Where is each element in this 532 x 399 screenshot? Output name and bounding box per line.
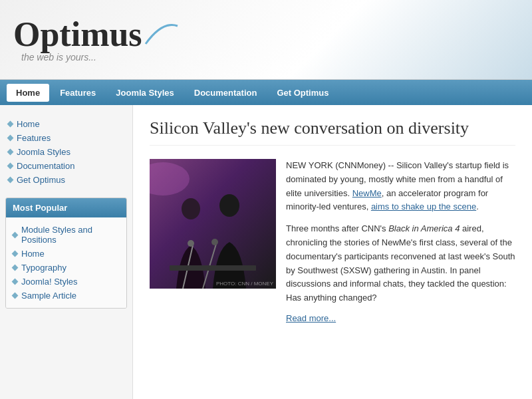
diamond-icon	[7, 177, 14, 184]
logo-arc-icon	[139, 21, 179, 47]
diamond-icon	[12, 251, 19, 257]
article-text: NEW YORK (CNNMoney) -- Silicon Valley's …	[286, 159, 515, 323]
sidebar-link-home[interactable]: Home	[8, 117, 124, 131]
svg-point-1	[182, 198, 200, 219]
nav-features[interactable]: Features	[51, 84, 105, 102]
diamond-icon	[7, 121, 14, 128]
sidebar-link-documentation[interactable]: Documentation	[8, 159, 124, 173]
logo-text: Optimus	[13, 17, 142, 52]
logo-tagline: the web is yours...	[21, 52, 179, 63]
most-popular-header: Most Popular	[6, 198, 126, 217]
popular-link-typography[interactable]: Typography	[13, 261, 120, 275]
image-caption: PHOTO: CNN / MONEY	[216, 281, 273, 287]
svg-rect-7	[170, 265, 256, 271]
most-popular-box: Most Popular Module Styles and Positions…	[5, 198, 127, 309]
svg-point-4	[188, 240, 194, 247]
diamond-icon	[12, 231, 19, 238]
popular-link-home[interactable]: Home	[13, 247, 120, 261]
content-wrapper: Home Features Joomla Styles Documentatio…	[0, 105, 532, 399]
article-paragraph-1: NEW YORK (CNNMoney) -- Silicon Valley's …	[286, 159, 515, 214]
nav-get-optimus[interactable]: Get Optimus	[267, 84, 338, 102]
article-paragraph-2: Three months after CNN's Black in Americ…	[286, 222, 515, 305]
main-navbar: Home Features Joomla Styles Documentatio…	[0, 80, 532, 105]
article-title: Silicon Valley's new conversation on div…	[150, 118, 515, 146]
diamond-icon	[12, 265, 19, 271]
popular-link-module-styles[interactable]: Module Styles and Positions	[13, 223, 120, 247]
diamond-icon	[7, 163, 14, 170]
newme-link[interactable]: NewMe	[352, 188, 382, 198]
svg-point-2	[219, 194, 239, 217]
nav-home[interactable]: Home	[7, 84, 49, 102]
image-svg	[150, 159, 276, 289]
article-image: PHOTO: CNN / MONEY	[150, 159, 276, 289]
popular-link-sample-article[interactable]: Sample Article	[13, 289, 120, 303]
popular-link-joomla-styles[interactable]: Joomla! Styles	[13, 275, 120, 289]
diamond-icon	[12, 293, 19, 299]
svg-point-6	[211, 239, 218, 245]
logo[interactable]: Optimus the web is yours...	[13, 17, 179, 63]
main-content: Silicon Valley's new conversation on div…	[133, 105, 532, 399]
sidebar: Home Features Joomla Styles Documentatio…	[0, 105, 133, 399]
shake-scene-link[interactable]: aims to shake up the scene	[371, 201, 476, 211]
diamond-icon	[7, 135, 14, 142]
sidebar-link-get-optimus[interactable]: Get Optimus	[8, 173, 124, 187]
sidebar-link-features[interactable]: Features	[8, 131, 124, 145]
most-popular-links: Module Styles and Positions Home Typogra…	[6, 217, 126, 308]
nav-documentation[interactable]: Documentation	[185, 84, 267, 102]
article-body: PHOTO: CNN / MONEY NEW YORK (CNNMoney) -…	[150, 159, 515, 323]
read-more-link[interactable]: Read more...	[286, 313, 336, 323]
diamond-icon	[7, 149, 14, 156]
sidebar-link-joomla-styles[interactable]: Joomla Styles	[8, 145, 124, 159]
sidebar-main-links: Home Features Joomla Styles Documentatio…	[0, 112, 132, 192]
diamond-icon	[12, 279, 19, 285]
site-header: Optimus the web is yours...	[0, 0, 532, 80]
nav-joomla-styles[interactable]: Joomla Styles	[106, 84, 183, 102]
